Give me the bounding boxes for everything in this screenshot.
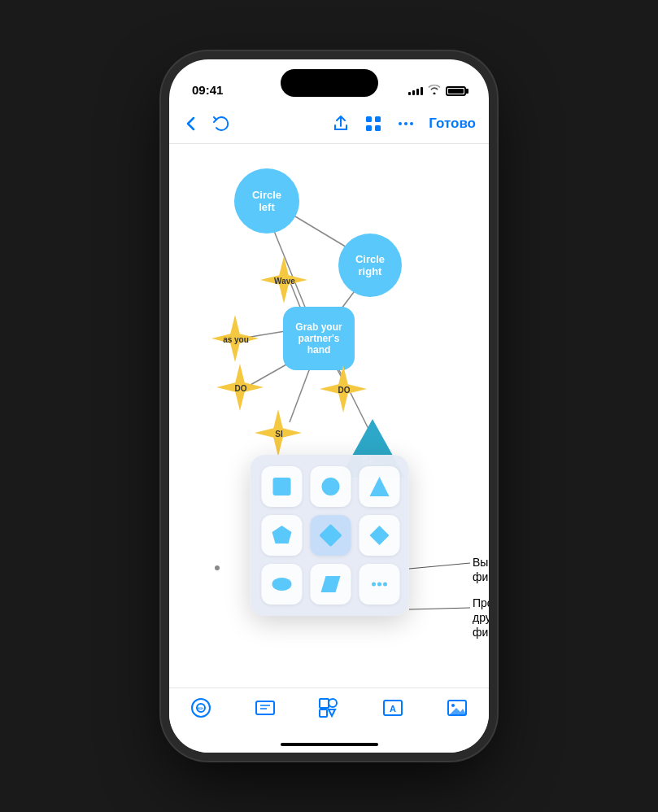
shape-btn-pentagon[interactable] (261, 515, 302, 556)
node-do-left-label: DO (235, 384, 247, 393)
undo-icon (210, 113, 231, 134)
node-wave[interactable]: Wave (260, 256, 309, 305)
status-icons (408, 85, 466, 97)
shape-btn-triangle[interactable] (359, 466, 399, 507)
toolbar: Готово (169, 103, 489, 144)
svg-rect-2 (366, 125, 372, 131)
bottom-btn-textbox[interactable] (254, 696, 277, 719)
svg-point-44 (451, 704, 455, 707)
node-circle-right[interactable]: Circle right (338, 234, 402, 297)
node-circle-left-label: Circle left (252, 189, 281, 213)
bottom-btn-media[interactable] (446, 696, 468, 719)
undo-button[interactable] (210, 113, 231, 134)
node-as-you-label: as you (223, 335, 249, 344)
bottom-btn-pen[interactable]: ✏ (190, 696, 212, 719)
svg-marker-39 (329, 709, 335, 716)
shape-btn-ellipse[interactable] (261, 564, 302, 605)
more-button[interactable] (396, 114, 416, 133)
svg-point-26 (372, 583, 376, 587)
phone-frame: 09:41 (169, 59, 489, 753)
dynamic-island (281, 69, 378, 97)
svg-line-30 (409, 608, 470, 609)
svg-rect-40 (320, 709, 327, 717)
svg-point-4 (399, 122, 402, 125)
battery-icon (446, 86, 466, 96)
signal-bar-2 (412, 90, 415, 95)
back-button[interactable] (182, 115, 200, 133)
svg-point-24 (272, 578, 291, 591)
shape-btn-diamond-square[interactable] (310, 515, 351, 556)
node-do-right-label: DO (338, 386, 351, 395)
node-wave-label: Wave (274, 277, 295, 286)
share-icon (331, 114, 351, 133)
textbox-icon (254, 696, 277, 719)
chevron-left-icon (182, 115, 200, 133)
signal-bar-3 (416, 89, 419, 95)
bottom-btn-text[interactable]: A (381, 696, 404, 719)
svg-rect-37 (320, 699, 329, 708)
toolbar-right: Готово (331, 114, 476, 133)
node-circle-right-label: Circle right (355, 253, 385, 277)
svg-point-27 (377, 583, 381, 587)
annotation-view-more: Просмотритедругие фигуры. (473, 596, 489, 640)
svg-point-6 (410, 122, 413, 125)
svg-text:A: A (390, 704, 396, 714)
share-button[interactable] (331, 114, 351, 133)
bottom-btn-shapes[interactable] (317, 696, 340, 719)
node-center-label: Grab your partner's hand (295, 321, 342, 356)
more-icon (396, 114, 416, 133)
canvas[interactable]: Circle left Circle right Grab your partn… (169, 144, 489, 688)
done-button[interactable]: Готово (429, 116, 476, 132)
toolbar-left (182, 113, 331, 134)
svg-rect-3 (375, 125, 381, 131)
svg-line-29 (409, 563, 470, 569)
home-indicator (281, 743, 378, 746)
grid-icon (364, 114, 383, 133)
node-center[interactable]: Grab your partner's hand (283, 307, 355, 370)
svg-rect-18 (272, 478, 290, 495)
signal-bar-1 (408, 92, 411, 95)
svg-point-19 (321, 478, 339, 495)
svg-text:✏: ✏ (198, 705, 204, 713)
scroll-dot (215, 565, 220, 570)
svg-marker-21 (272, 526, 291, 544)
shape-btn-diamond[interactable] (359, 515, 399, 556)
shape-picker (250, 455, 408, 616)
media-icon (446, 696, 468, 719)
shape-btn-square[interactable] (261, 466, 302, 507)
svg-marker-25 (320, 576, 340, 592)
shapes-icon (317, 696, 340, 719)
node-do-left[interactable]: DO (216, 364, 265, 413)
node-circle-left[interactable]: Circle left (234, 168, 299, 234)
pen-icon: ✏ (190, 696, 212, 719)
svg-rect-34 (256, 701, 274, 714)
svg-rect-1 (375, 116, 381, 122)
svg-point-38 (329, 699, 337, 707)
svg-marker-45 (450, 708, 466, 714)
node-as-you[interactable]: as you (211, 315, 260, 364)
shape-btn-circle[interactable] (310, 466, 351, 507)
svg-point-28 (383, 583, 387, 587)
shape-btn-more[interactable] (359, 564, 399, 605)
text-icon: A (381, 696, 404, 719)
node-do-right[interactable]: DO (320, 365, 368, 414)
svg-rect-22 (319, 524, 342, 547)
svg-point-5 (404, 122, 407, 125)
annotation-select-shape: Выберите фигуру. (473, 555, 489, 584)
signal-bars (408, 87, 423, 95)
shape-btn-parallelogram[interactable] (310, 564, 351, 605)
svg-rect-0 (366, 116, 372, 122)
svg-marker-23 (369, 526, 389, 545)
signal-bar-4 (421, 87, 423, 95)
battery-fill (448, 89, 464, 94)
node-si[interactable]: SI (255, 409, 303, 458)
svg-marker-20 (369, 477, 389, 496)
grid-button[interactable] (364, 114, 383, 133)
node-si-label: SI (275, 430, 282, 439)
wifi-icon (428, 85, 441, 97)
